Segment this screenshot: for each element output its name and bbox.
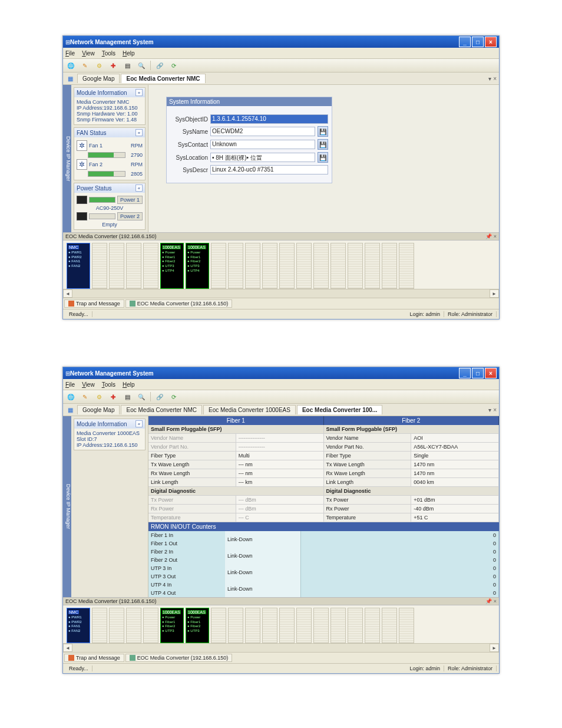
- save-icon[interactable]: 💾: [318, 152, 328, 163]
- plus-icon[interactable]: ✚: [108, 60, 118, 71]
- globe-icon[interactable]: 🌐: [65, 391, 76, 402]
- tab-dropdown-icon[interactable]: ▾ ×: [488, 75, 497, 82]
- slot-empty[interactable]: [330, 608, 346, 643]
- slot-empty[interactable]: [262, 608, 277, 643]
- maximize-button[interactable]: □: [472, 37, 484, 47]
- scroll-right-icon[interactable]: ►: [490, 644, 499, 652]
- slot-empty[interactable]: [245, 243, 260, 289]
- search-icon[interactable]: 🔍: [136, 60, 147, 71]
- slot-empty[interactable]: [313, 608, 329, 643]
- tab-google-map[interactable]: Google Map: [77, 74, 120, 83]
- slot-empty[interactable]: [245, 608, 260, 643]
- search-icon[interactable]: 🔍: [136, 391, 147, 402]
- tab-chassis[interactable]: EOC Media Converter (192.168.6.150): [125, 299, 233, 308]
- collapse-button[interactable]: «: [135, 129, 143, 136]
- slot-empty[interactable]: [143, 243, 158, 289]
- gear-icon[interactable]: ⚙: [94, 391, 104, 402]
- tab-trap-message[interactable]: Trap and Message: [64, 299, 124, 308]
- slot-empty[interactable]: [399, 608, 414, 643]
- tab-100[interactable]: Eoc Media Converter 100...: [297, 405, 382, 414]
- slot-empty[interactable]: [211, 608, 226, 643]
- slot-empty[interactable]: [92, 243, 107, 289]
- slot-empty[interactable]: [399, 243, 414, 289]
- tab-1000eas[interactable]: Eoc Media Converter 1000EAS: [203, 405, 296, 414]
- pencil-icon[interactable]: ✎: [80, 391, 90, 402]
- tab-dropdown-icon[interactable]: ▾ ×: [488, 407, 497, 413]
- scroll-left-icon[interactable]: ◄: [63, 644, 72, 652]
- slot-empty[interactable]: [382, 608, 397, 643]
- device-icon[interactable]: ▤: [122, 60, 133, 71]
- horizontal-scrollbar[interactable]: ◄►: [63, 289, 499, 298]
- refresh-icon[interactable]: ⟳: [168, 391, 179, 402]
- tab-nmc[interactable]: Eoc Media Converter NMC: [121, 405, 201, 414]
- globe-icon[interactable]: 🌐: [65, 60, 76, 71]
- scroll-right-icon[interactable]: ►: [490, 289, 499, 298]
- slot-1000eas[interactable]: 1000EAS ● Power ● Fiber1 ● Fiber2 ● UTP3: [186, 608, 209, 643]
- slot-empty[interactable]: [126, 608, 141, 643]
- slot-empty[interactable]: [92, 608, 107, 643]
- syslocation-input[interactable]: • 8H 面框(裸)• 位置: [210, 153, 315, 162]
- close-button[interactable]: ×: [485, 368, 497, 378]
- slot-empty[interactable]: [348, 608, 363, 643]
- refresh-icon[interactable]: ⟳: [168, 60, 179, 71]
- menu-file[interactable]: File: [65, 381, 75, 388]
- tab-google-map[interactable]: Google Map: [77, 405, 120, 414]
- tablist-icon[interactable]: ▦: [65, 74, 75, 83]
- connect-icon[interactable]: 🔗: [154, 60, 165, 71]
- syscontact-input[interactable]: Unknown: [210, 140, 315, 149]
- chassis-rack[interactable]: NMC ● PWR1 ● PWR2 ● FAN1 ● FAN2 1000EAS …: [67, 243, 495, 289]
- menu-file[interactable]: FFileile: [65, 50, 75, 57]
- slot-empty[interactable]: [348, 243, 363, 289]
- scroll-left-icon[interactable]: ◄: [63, 289, 72, 298]
- slot-empty[interactable]: [313, 243, 329, 289]
- nmc-module[interactable]: NMC ● PWR1 ● PWR2 ● FAN1 ● FAN2: [67, 608, 90, 643]
- slot-empty[interactable]: [109, 608, 124, 643]
- menu-tools[interactable]: Tools: [102, 50, 115, 57]
- device-icon[interactable]: ▤: [122, 391, 133, 402]
- minimize-button[interactable]: _: [459, 37, 471, 47]
- slot-empty[interactable]: [296, 608, 312, 643]
- menu-tools[interactable]: Tools: [102, 381, 115, 388]
- pin-icon[interactable]: 📌 ×: [485, 233, 497, 239]
- menu-view[interactable]: View: [82, 381, 95, 388]
- maximize-button[interactable]: □: [472, 368, 484, 378]
- device-ip-manager-tab[interactable]: Device IP Manager: [63, 85, 71, 232]
- gear-icon[interactable]: ⚙: [94, 60, 104, 71]
- horizontal-scrollbar[interactable]: ◄►: [63, 643, 499, 652]
- slot-1000eas[interactable]: 1000EAS ● Power ● Fiber1 ● Fiber2 ● UTP3…: [160, 243, 184, 289]
- close-button[interactable]: ×: [485, 37, 497, 47]
- save-icon[interactable]: 💾: [318, 126, 328, 137]
- sysname-input[interactable]: OECWDM2: [210, 127, 315, 136]
- device-ip-manager-tab[interactable]: Device IP Manager: [63, 416, 71, 597]
- tab-chassis[interactable]: EOC Media Converter (192.168.6.150): [125, 654, 233, 662]
- slot-empty[interactable]: [296, 243, 312, 289]
- save-icon[interactable]: 💾: [318, 139, 328, 150]
- slot-empty[interactable]: [109, 243, 124, 289]
- slot-empty[interactable]: [279, 608, 295, 643]
- tablist-icon[interactable]: ▦: [65, 405, 75, 414]
- slot-empty[interactable]: [262, 243, 277, 289]
- slot-empty[interactable]: [143, 608, 158, 643]
- slot-empty[interactable]: [279, 243, 295, 289]
- collapse-button[interactable]: »: [135, 89, 143, 96]
- plus-icon[interactable]: ✚: [108, 391, 118, 402]
- nmc-module[interactable]: NMC ● PWR1 ● PWR2 ● FAN1 ● FAN2: [67, 243, 90, 289]
- pin-icon[interactable]: 📌 ×: [485, 598, 497, 604]
- slot-1000eas[interactable]: 1000EAS ● Power ● Fiber1 ● Fiber2 ● UTP3…: [186, 243, 209, 289]
- slot-empty[interactable]: [228, 608, 243, 643]
- slot-empty[interactable]: [365, 243, 380, 289]
- slot-empty[interactable]: [365, 608, 380, 643]
- tab-trap-message[interactable]: Trap and Message: [64, 654, 124, 662]
- slot-empty[interactable]: [126, 243, 141, 289]
- menu-help[interactable]: Help: [123, 381, 135, 388]
- connect-icon[interactable]: 🔗: [154, 391, 165, 402]
- slot-empty[interactable]: [382, 243, 397, 289]
- menu-help[interactable]: Help: [123, 50, 135, 57]
- slot-empty[interactable]: [228, 243, 243, 289]
- collapse-button[interactable]: «: [135, 420, 143, 427]
- slot-1000eas[interactable]: 1000EAS ● Power ● Fiber1 ● Fiber2 ● UTP3: [160, 608, 184, 643]
- menu-view[interactable]: View: [82, 50, 95, 57]
- tab-nmc[interactable]: Eoc Media Converter NMC: [121, 74, 205, 83]
- slot-empty[interactable]: [211, 243, 226, 289]
- collapse-button[interactable]: «: [135, 185, 143, 192]
